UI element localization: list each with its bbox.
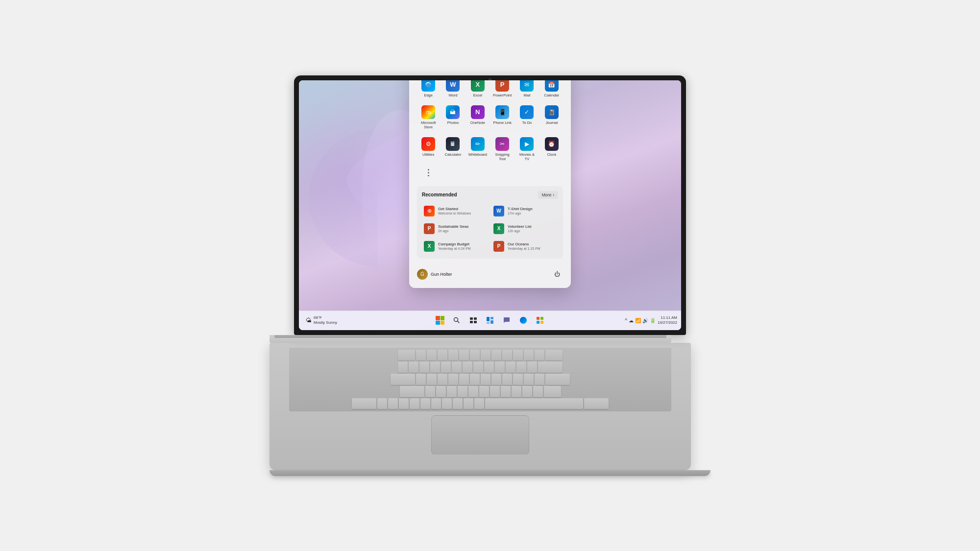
getstarted-icon: ⊕	[424, 206, 435, 216]
user-profile[interactable]: G Gun Holter	[417, 269, 452, 280]
recommended-section: Recommended More › ⊕	[417, 186, 563, 259]
key-esc	[398, 350, 415, 361]
key-tilde	[398, 361, 408, 373]
rec-item-seas[interactable]: P Sustainable Seas 2h ago	[422, 221, 489, 236]
chevron-icon[interactable]: ^	[625, 318, 627, 323]
chevron-right-icon-more: ›	[553, 192, 554, 197]
onedrive-icon[interactable]: ☁	[629, 318, 634, 323]
key-f12	[535, 350, 544, 361]
key-7	[473, 361, 483, 373]
touchpad[interactable]	[431, 415, 529, 455]
tshirt-name: T-Shirt Design	[508, 207, 533, 211]
taskview-button[interactable]	[466, 313, 480, 327]
key-f4	[448, 350, 458, 361]
laptop-base-section	[270, 335, 710, 476]
clock-display[interactable]: 11:11 AM 10/27/2022	[658, 315, 677, 326]
rec-item-campaign[interactable]: X Campaign Budget Yesterday at 4:24 PM	[422, 239, 489, 254]
win-quad-4	[441, 321, 445, 325]
pinned-section: Pinned All apps ›	[417, 80, 563, 179]
key-minus	[516, 361, 526, 373]
widgets-icon	[486, 316, 494, 324]
key-period	[464, 398, 473, 409]
key-g	[468, 386, 478, 397]
key-equals	[527, 361, 537, 373]
key-9	[495, 361, 505, 373]
keyboard-row-1	[291, 350, 669, 361]
recommended-label: Recommended	[422, 192, 457, 197]
taskbar: 🌤 68°F Mostly Sunny	[299, 311, 681, 330]
keyboard-area	[289, 348, 671, 411]
key-u	[481, 374, 490, 385]
key-slash	[474, 398, 484, 409]
calculator-icon: 🖩	[446, 137, 460, 151]
key-w	[427, 374, 437, 385]
more-button[interactable]: More ›	[538, 191, 558, 199]
desktop[interactable]: 🔍 Type here to search Pinned All apps ›	[299, 80, 681, 330]
svg-rect-10	[537, 317, 539, 320]
edge-taskbar-button[interactable]	[516, 313, 530, 327]
volume-icon[interactable]: 🔊	[642, 318, 648, 323]
app-todo[interactable]: ✓ To Do	[515, 102, 538, 132]
rec-item-tshirt[interactable]: W T-Shirt Design 17m ago	[491, 204, 558, 218]
store-taskbar-button[interactable]	[533, 313, 547, 327]
chat-button[interactable]	[500, 313, 514, 327]
weather-widget[interactable]: 🌤 68°F Mostly Sunny	[303, 314, 340, 326]
app-phonelink[interactable]: 📱 Phone Link	[491, 102, 514, 132]
svg-rect-8	[487, 322, 490, 324]
key-3	[430, 361, 440, 373]
app-onenote[interactable]: N OneNote	[466, 102, 489, 132]
calculator-label: Calculator	[445, 152, 462, 157]
app-store[interactable]: 🛍 Microsoft Store	[417, 102, 440, 132]
rec-item-oceans[interactable]: P Our Oceans Yesterday at 1:15 PM	[491, 239, 558, 254]
app-word[interactable]: W Word	[441, 80, 464, 100]
app-calendar[interactable]: 📅 Calendar	[540, 80, 563, 100]
svg-rect-2	[470, 317, 473, 320]
rec-item-getstarted[interactable]: ⊕ Get Started Welcome to Windows	[422, 204, 489, 218]
app-powerpoint[interactable]: P PowerPoint	[491, 80, 514, 100]
recommended-header: Recommended More ›	[422, 191, 558, 199]
taskbar-center-icons	[433, 313, 547, 327]
app-utilities[interactable]: ⚙ Utilities	[417, 134, 440, 164]
key-2	[419, 361, 429, 373]
app-excel[interactable]: X Excel	[466, 80, 489, 100]
search-taskbar-button[interactable]	[450, 313, 464, 327]
app-calculator[interactable]: 🖩 Calculator	[441, 134, 464, 164]
key-b	[420, 398, 430, 409]
key-space	[485, 398, 583, 409]
key-h	[479, 386, 489, 397]
app-edge[interactable]: Edge	[417, 80, 440, 100]
battery-icon[interactable]: 🔋	[650, 318, 656, 323]
system-icons: ^ ☁ 📶 🔊 🔋	[625, 318, 656, 323]
rec-item-volunteer[interactable]: X Volunteer List 12h ago	[491, 221, 558, 236]
widgets-button[interactable]	[483, 313, 497, 327]
svg-rect-13	[540, 321, 543, 324]
app-journal[interactable]: 📓 Journal	[540, 102, 563, 132]
start-button[interactable]	[433, 313, 447, 327]
volunteer-icon: X	[493, 223, 504, 234]
windows-logo-icon	[436, 316, 444, 325]
key-caps	[400, 386, 424, 397]
start-menu: 🔍 Type here to search Pinned All apps ›	[409, 80, 571, 288]
app-clock[interactable]: ⏰ Clock	[540, 134, 563, 164]
key-0	[506, 361, 515, 373]
power-button[interactable]: ⏻	[551, 268, 563, 280]
more-dots-container[interactable]	[417, 166, 440, 179]
app-snipping[interactable]: ✂ Snipping Tool	[491, 134, 514, 164]
app-whiteboard[interactable]: ✏ Whiteboard	[466, 134, 489, 164]
mail-icon: ✉	[520, 80, 534, 92]
key-enter2	[544, 386, 561, 397]
wifi-icon[interactable]: 📶	[635, 318, 641, 323]
app-photos[interactable]: 🏔 Photos	[441, 102, 464, 132]
svg-line-1	[458, 321, 460, 323]
svg-rect-12	[537, 321, 539, 324]
edge-label: Edge	[424, 93, 433, 97]
laptop-keyboard-body	[270, 343, 691, 470]
app-movies[interactable]: ▶ Movies & TV	[515, 134, 538, 164]
laptop-screen: 🔍 Type here to search Pinned All apps ›	[299, 80, 681, 330]
word-label: Word	[449, 93, 458, 97]
key-e	[438, 374, 447, 385]
app-mail[interactable]: ✉ Mail	[515, 80, 538, 100]
calendar-icon: 📅	[545, 80, 559, 92]
key-rbracket	[535, 374, 544, 385]
start-bottom-bar: G Gun Holter ⏻	[417, 264, 563, 280]
